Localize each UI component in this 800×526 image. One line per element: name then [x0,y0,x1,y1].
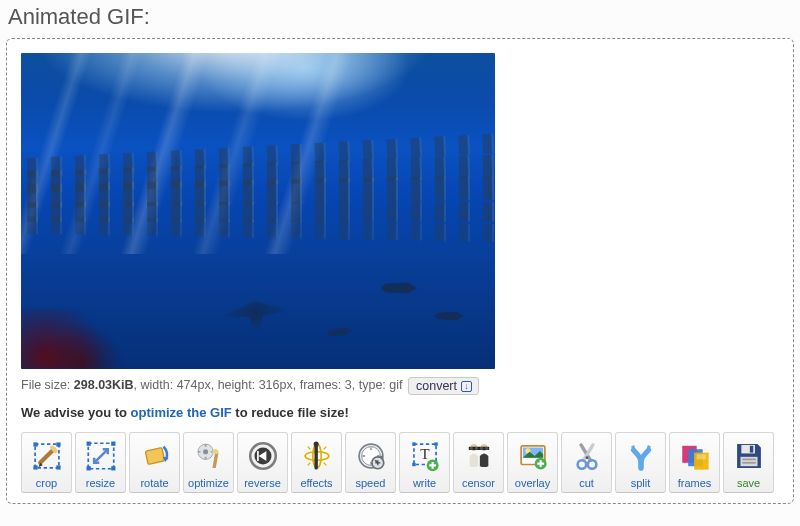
svg-rect-49 [742,459,756,461]
optimize-link[interactable]: optimize the GIF [131,405,232,420]
rotate-icon [136,437,174,475]
file-size-label: File size: [21,378,74,392]
svg-rect-1 [33,442,37,446]
svg-point-41 [585,456,588,459]
svg-point-12 [203,449,208,454]
reverse-button[interactable]: reverse [237,432,288,493]
svg-rect-4 [56,465,60,469]
rotate-label: rotate [140,477,168,489]
speed-button[interactable]: speed [345,432,396,493]
svg-rect-48 [740,457,757,466]
svg-rect-10 [145,448,164,465]
optimize-icon [190,437,228,475]
convert-label: convert [416,379,457,393]
save-label: save [737,477,760,489]
overlay-button[interactable]: overlay [507,432,558,493]
svg-point-31 [469,447,472,450]
toolbar: crop resize rotate optimize [21,432,779,493]
svg-rect-24 [412,463,415,466]
write-button[interactable]: T write [399,432,450,493]
frames-label: frames [678,477,712,489]
convert-button[interactable]: convert ↓ [408,377,479,395]
svg-point-32 [474,447,477,450]
crop-button[interactable]: crop [21,432,72,493]
reverse-label: reverse [244,477,281,489]
svg-point-34 [484,447,487,450]
censor-button[interactable]: censor [453,432,504,493]
svg-rect-3 [33,465,37,469]
save-button[interactable]: save [723,432,774,493]
effects-label: effects [300,477,332,489]
resize-label: resize [86,477,115,489]
cut-label: cut [579,477,594,489]
write-label: write [413,477,436,489]
svg-point-17 [313,442,318,447]
crop-icon [28,437,66,475]
split-icon [622,437,660,475]
split-button[interactable]: split [615,432,666,493]
rotate-button[interactable]: rotate [129,432,180,493]
crop-label: crop [36,477,57,489]
svg-rect-50 [742,462,756,464]
split-label: split [631,477,651,489]
svg-rect-8 [86,466,90,470]
write-icon: T [406,437,444,475]
svg-rect-2 [56,442,60,446]
speed-label: speed [356,477,386,489]
file-meta-rest: , width: 474px, height: 316px, frames: 3… [134,378,403,392]
speed-icon [352,437,390,475]
svg-rect-6 [86,442,90,446]
svg-rect-23 [434,442,437,445]
resize-button[interactable]: resize [75,432,126,493]
svg-point-39 [577,460,586,469]
svg-rect-45 [696,454,705,459]
frames-button[interactable]: frames [669,432,720,493]
overlay-label: overlay [515,477,550,489]
optimize-button[interactable]: optimize [183,432,234,493]
censor-icon [460,437,498,475]
editor-panel: File size: 298.03KiB, width: 474px, heig… [6,38,794,504]
svg-rect-9 [111,466,115,470]
file-meta: File size: 298.03KiB, width: 474px, heig… [21,377,779,395]
download-icon: ↓ [461,381,472,392]
overlay-icon [514,437,552,475]
svg-rect-22 [412,442,415,445]
svg-rect-47 [749,446,752,453]
cut-icon [568,437,606,475]
svg-point-33 [479,447,482,450]
effects-icon [298,437,336,475]
gif-preview [21,53,495,369]
svg-text:T: T [420,445,430,462]
save-icon [730,437,768,475]
cut-button[interactable]: cut [561,432,612,493]
censor-label: censor [462,477,495,489]
advice-text: We advise you to optimize the GIF to red… [21,405,779,420]
svg-rect-7 [111,442,115,446]
page-title: Animated GIF: [8,4,794,30]
svg-point-40 [587,460,596,469]
reverse-icon [244,437,282,475]
effects-button[interactable]: effects [291,432,342,493]
frames-icon [676,437,714,475]
file-size-value: 298.03KiB [74,378,134,392]
optimize-label: optimize [188,477,229,489]
resize-icon [82,437,120,475]
